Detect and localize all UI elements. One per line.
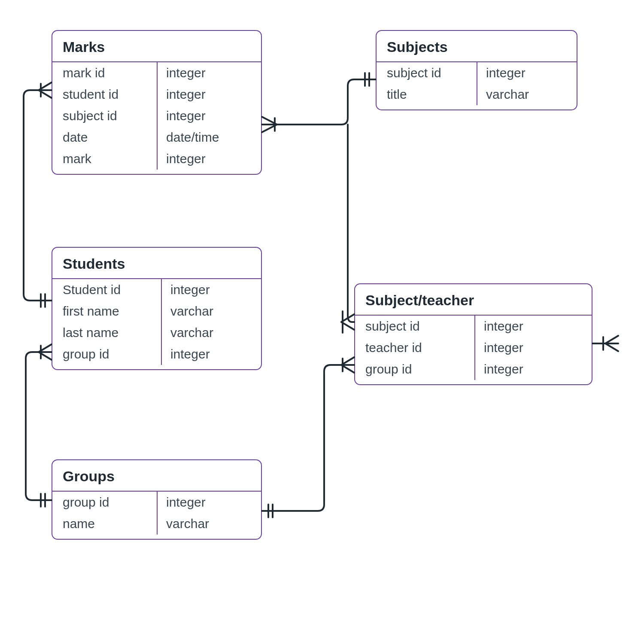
field-type: integer xyxy=(161,343,261,365)
field-name: subject id xyxy=(377,62,477,84)
field-name: student id xyxy=(52,84,157,105)
rel-students-marks xyxy=(24,82,52,307)
table-row: student id integer xyxy=(52,84,261,105)
field-name: subject id xyxy=(52,105,157,127)
field-type: integer xyxy=(157,62,261,84)
rel-subjectteacher-offright xyxy=(592,336,618,351)
table-row: first name varchar xyxy=(52,301,261,322)
table-row: last name varchar xyxy=(52,322,261,343)
table-row: group id integer xyxy=(52,343,261,369)
field-type: integer xyxy=(157,105,261,127)
table-row: subject id integer xyxy=(377,62,577,84)
field-type: varchar xyxy=(161,322,261,343)
field-type: date/time xyxy=(157,127,261,148)
table-row: group id integer xyxy=(355,358,592,384)
table-row: mark integer xyxy=(52,148,261,174)
rel-groups-students xyxy=(26,344,52,507)
field-name: group id xyxy=(52,492,157,513)
table-row: name varchar xyxy=(52,513,261,539)
field-name: group id xyxy=(52,343,161,365)
rel-subjects-subjectteacher xyxy=(341,125,354,333)
rel-groups-subjectteacher xyxy=(262,357,354,517)
table-row: teacher id integer xyxy=(355,337,592,358)
field-name: mark id xyxy=(52,62,157,84)
field-name: Student id xyxy=(52,279,161,301)
field-type: integer xyxy=(474,358,592,380)
field-name: first name xyxy=(52,301,161,322)
entity-students: Students Student id integer first name v… xyxy=(52,247,262,370)
rel-subjects-marks xyxy=(262,73,376,132)
entity-marks-title: Marks xyxy=(52,31,261,62)
entity-groups: Groups group id integer name varchar xyxy=(52,459,262,540)
field-type: integer xyxy=(474,337,592,358)
field-name: teacher id xyxy=(355,337,474,358)
table-row: subject id integer xyxy=(355,316,592,337)
entity-students-title: Students xyxy=(52,248,261,279)
entity-groups-title: Groups xyxy=(52,460,261,492)
field-type: varchar xyxy=(477,84,577,105)
field-type: integer xyxy=(157,84,261,105)
table-row: title varchar xyxy=(377,84,577,109)
field-type: integer xyxy=(157,492,261,513)
field-type: integer xyxy=(474,316,592,337)
field-type: varchar xyxy=(161,301,261,322)
table-row: Student id integer xyxy=(52,279,261,301)
field-name: date xyxy=(52,127,157,148)
field-type: integer xyxy=(477,62,577,84)
field-name: last name xyxy=(52,322,161,343)
field-name: name xyxy=(52,513,157,535)
field-type: varchar xyxy=(157,513,261,535)
field-type: integer xyxy=(157,148,261,170)
field-name: subject id xyxy=(355,316,474,337)
entity-subjects-title: Subjects xyxy=(377,31,577,62)
entity-marks: Marks mark id integer student id integer… xyxy=(52,30,262,175)
table-row: group id integer xyxy=(52,492,261,513)
field-name: title xyxy=(377,84,477,105)
table-row: mark id integer xyxy=(52,62,261,84)
field-name: mark xyxy=(52,148,157,170)
entity-subject-teacher-title: Subject/teacher xyxy=(355,284,592,316)
field-name: group id xyxy=(355,358,474,380)
entity-subject-teacher: Subject/teacher subject id integer teach… xyxy=(354,283,592,385)
table-row: subject id integer xyxy=(52,105,261,127)
table-row: date date/time xyxy=(52,127,261,148)
field-type: integer xyxy=(161,279,261,301)
entity-subjects: Subjects subject id integer title varcha… xyxy=(376,30,577,110)
